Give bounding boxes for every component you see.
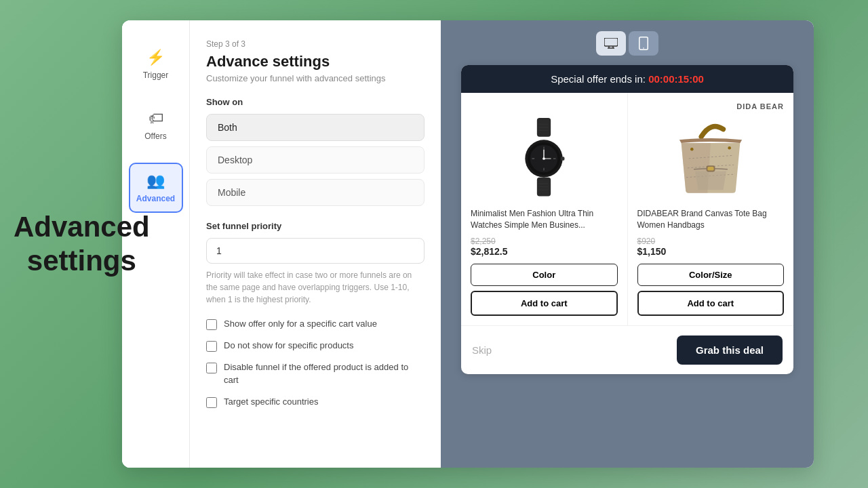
show-on-mobile[interactable]: Mobile xyxy=(206,179,425,206)
checkbox-cart-value-input[interactable] xyxy=(206,319,217,330)
bag-svg xyxy=(673,118,748,199)
products-row: Minimalist Men Fashion Ultra Thin Watche… xyxy=(461,93,793,325)
priority-hint: Priority will take effect in case two or… xyxy=(206,269,425,306)
product-card-bag: DIDA BEAR xyxy=(628,93,794,325)
svg-point-30 xyxy=(690,148,694,151)
product-brand-bag: DIDA BEAR xyxy=(637,102,785,110)
priority-input[interactable] xyxy=(206,238,425,264)
skip-button[interactable]: Skip xyxy=(472,344,492,356)
left-panel: ⚡ Trigger 🏷 Offers 👥 Advanced Step 3 of … xyxy=(122,20,441,468)
checkbox-disable-funnel-label[interactable]: Disable funnel if the offered product is… xyxy=(224,361,425,386)
svg-point-17 xyxy=(542,157,545,160)
color-button-watch[interactable]: Color xyxy=(471,264,618,286)
checkbox-target-countries-label[interactable]: Target specific countries xyxy=(224,396,318,408)
product-name-bag: DIDABEAR Brand Canvas Tote Bag Women Han… xyxy=(637,208,785,231)
svg-rect-29 xyxy=(707,167,713,171)
svg-point-5 xyxy=(643,47,644,49)
timer-text: Special offer ends in: xyxy=(551,73,646,85)
product-prices-watch: $2,250 $2,812.5 xyxy=(471,237,618,257)
product-brand-watch xyxy=(471,102,618,110)
product-name-watch: Minimalist Men Fashion Ultra Thin Watche… xyxy=(471,208,618,231)
grab-deal-button[interactable]: Grab this deal xyxy=(677,336,783,365)
sidebar-item-trigger[interactable]: ⚡ Trigger xyxy=(129,41,183,88)
product-img-watch xyxy=(471,115,618,203)
sidebar-label-offers: Offers xyxy=(144,131,166,141)
product-prices-bag: $920 $1,150 xyxy=(637,237,785,257)
trigger-icon: ⚡ xyxy=(146,49,165,66)
preview-footer: Skip Grab this deal xyxy=(461,325,793,374)
color-size-button-bag[interactable]: Color/Size xyxy=(637,264,785,286)
add-to-cart-bag[interactable]: Add to cart xyxy=(637,291,785,316)
price-current-bag: $1,150 xyxy=(637,246,785,257)
sidebar-item-advanced[interactable]: 👥 Advanced xyxy=(129,163,183,213)
desktop-icon xyxy=(604,38,618,49)
sidebar-label-advanced: Advanced xyxy=(136,194,175,203)
content-panel: Step 3 of 3 Advance settings Customize y… xyxy=(190,20,441,468)
show-on-options: Both Desktop Mobile xyxy=(206,114,425,206)
add-to-cart-watch[interactable]: Add to cart xyxy=(471,291,618,316)
product-preview: Special offer ends in: 00:00:15:00 xyxy=(461,65,793,374)
main-container: ⚡ Trigger 🏷 Offers 👥 Advanced Step 3 of … xyxy=(122,20,814,468)
page-subtitle: Customize your funnel with advanced sett… xyxy=(206,73,425,83)
price-original-bag: $920 xyxy=(637,237,785,246)
page-title: Advance settings xyxy=(206,53,425,70)
checkbox-specific-products-label[interactable]: Do not show for specific products xyxy=(224,340,353,352)
checkbox-disable-funnel-input[interactable] xyxy=(206,363,217,373)
checkbox-specific-products-input[interactable] xyxy=(206,341,217,352)
checkbox-disable-funnel: Disable funnel if the offered product is… xyxy=(206,361,425,386)
svg-rect-18 xyxy=(561,157,565,161)
show-on-desktop[interactable]: Desktop xyxy=(206,146,425,174)
checkbox-specific-products: Do not show for specific products xyxy=(206,340,425,352)
show-on-label: Show on xyxy=(206,97,425,107)
view-toggle xyxy=(596,31,658,56)
svg-point-31 xyxy=(728,146,731,150)
price-original-watch: $2,250 xyxy=(471,237,618,246)
sidebar-label-trigger: Trigger xyxy=(143,70,169,80)
sidebar-item-offers[interactable]: 🏷 Offers xyxy=(129,102,183,149)
priority-section: Set funnel priority Priority will take e… xyxy=(206,221,425,306)
view-desktop-button[interactable] xyxy=(596,31,626,56)
page-big-title: Advanced settings xyxy=(14,210,150,279)
step-label: Step 3 of 3 xyxy=(206,39,425,49)
offers-icon: 🏷 xyxy=(149,110,163,127)
view-mobile-button[interactable] xyxy=(629,31,658,56)
product-card-watch: Minimalist Men Fashion Ultra Thin Watche… xyxy=(461,93,628,325)
price-current-watch: $2,812.5 xyxy=(471,246,618,257)
show-on-both[interactable]: Both xyxy=(206,114,425,141)
checkbox-cart-value-label[interactable]: Show offer only for a specific cart valu… xyxy=(224,318,377,330)
checkbox-group: Show offer only for a specific cart valu… xyxy=(206,318,425,408)
checkbox-target-countries: Target specific countries xyxy=(206,396,425,408)
right-panel: Special offer ends in: 00:00:15:00 xyxy=(441,20,814,468)
watch-svg xyxy=(513,118,574,199)
product-img-bag xyxy=(637,115,785,203)
priority-label: Set funnel priority xyxy=(206,221,425,231)
checkbox-target-countries-input[interactable] xyxy=(206,397,217,408)
advanced-icon: 👥 xyxy=(146,172,165,190)
checkbox-cart-value: Show offer only for a specific cart valu… xyxy=(206,318,425,330)
mobile-icon xyxy=(639,37,648,50)
svg-rect-0 xyxy=(604,38,618,46)
timer-value: 00:00:15:00 xyxy=(648,73,704,85)
timer-bar: Special offer ends in: 00:00:15:00 xyxy=(461,65,793,93)
